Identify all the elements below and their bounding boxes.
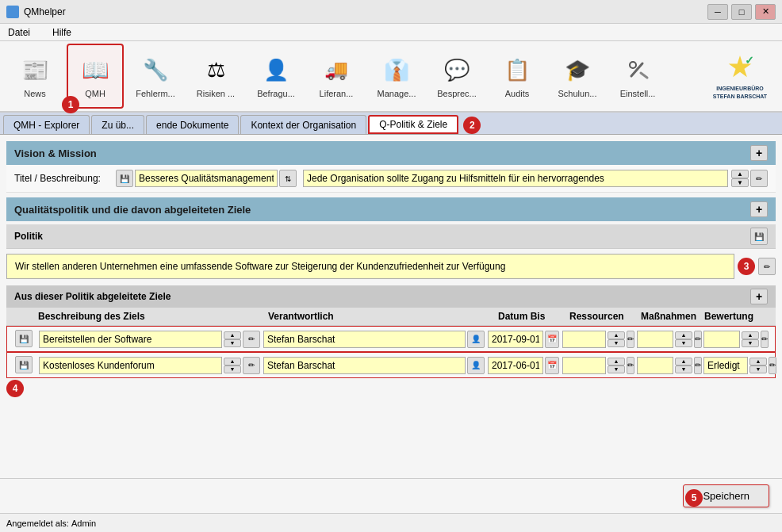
- vision-arrows-btn[interactable]: ⇅: [279, 170, 297, 187]
- goal1-calendar-btn[interactable]: 📅: [545, 331, 559, 348]
- vision-disk-btn[interactable]: 💾: [116, 170, 133, 187]
- goal2-res-pencil[interactable]: ✏: [627, 357, 634, 374]
- goal1-up-btn[interactable]: ▲: [224, 331, 241, 339]
- goal2-res-input[interactable]: [562, 357, 606, 374]
- vision-desc-input[interactable]: [303, 170, 728, 187]
- tab-kontext[interactable]: Kontext der Organisation: [240, 115, 366, 134]
- politik-pencil-btn[interactable]: ✏: [758, 258, 776, 275]
- vision-scroll-up[interactable]: ▲: [731, 170, 749, 178]
- goal2-bew-pencil[interactable]: ✏: [769, 357, 776, 374]
- logo-content: ★ ✓ INGENIEURBÜROSTEFAN BARSCHAT: [713, 52, 767, 100]
- politik-disk-btn[interactable]: 💾: [750, 228, 768, 245]
- toolbar-fehlerm[interactable]: 🔧 Fehlerm...: [127, 44, 184, 109]
- toolbar-news[interactable]: 📰 News: [6, 44, 63, 109]
- goal1-res-group: ▲ ▼ ✏: [562, 331, 634, 348]
- goal2-mass-up[interactable]: ▲: [675, 358, 692, 366]
- goal1-res-input[interactable]: [562, 331, 606, 348]
- goal2-disk-btn[interactable]: 💾: [15, 356, 33, 373]
- goal1-date-input[interactable]: [488, 331, 543, 348]
- vision-pencil-btn[interactable]: ✏: [750, 170, 768, 187]
- vision-add-btn[interactable]: +: [750, 145, 768, 161]
- goal1-bew-input[interactable]: [703, 331, 740, 348]
- goal1-mass-input[interactable]: [637, 331, 673, 348]
- goal2-resp-input[interactable]: [263, 357, 466, 374]
- goal2-down-btn[interactable]: ▼: [224, 366, 241, 373]
- toolbar-liferan[interactable]: 🚚 Liferan...: [308, 44, 365, 109]
- goal1-bew-down[interactable]: ▼: [742, 339, 759, 347]
- goal1-res-pencil[interactable]: ✏: [627, 331, 634, 348]
- goal2-bew-up[interactable]: ▲: [749, 358, 767, 366]
- goal1-calendar-icon: 📅: [547, 335, 557, 343]
- goal2-mass-pencil[interactable]: ✏: [694, 357, 702, 374]
- qualitaet-add-btn[interactable]: +: [750, 201, 768, 217]
- toolbar-besprec[interactable]: 💬 Besprec...: [428, 44, 485, 109]
- pencil2-icon: ✏: [764, 262, 770, 271]
- goal2-mass-down[interactable]: ▼: [675, 366, 692, 373]
- toolbar-qmh[interactable]: 📖 QMH 1: [67, 44, 124, 109]
- toolbar-schulun[interactable]: 🎓 Schulun...: [549, 44, 606, 109]
- goal2-res-down[interactable]: ▼: [608, 366, 625, 373]
- tab-qmh-explorer[interactable]: QMH - Explorer: [3, 115, 90, 134]
- maximize-button[interactable]: □: [731, 4, 752, 20]
- goal2-person-icon: 👤: [471, 361, 481, 369]
- toolbar-audits[interactable]: 📋 Audits: [489, 44, 546, 109]
- goal1-desc-arrows: ▲ ▼: [224, 331, 241, 347]
- goal2-calendar-btn[interactable]: 📅: [545, 357, 559, 374]
- goal1-person-icon: 👤: [471, 335, 481, 343]
- goal2-date-input[interactable]: [488, 357, 543, 374]
- toolbar-risiken[interactable]: ⚖ Risiken ...: [187, 44, 244, 109]
- goal1-disk-btn[interactable]: 💾: [15, 330, 33, 347]
- goal2-bew-down[interactable]: ▼: [749, 366, 767, 373]
- schulun-label: Schulun...: [558, 89, 597, 98]
- vision-desc-input-group: ▲ ▼ ✏: [303, 170, 768, 187]
- vision-title-input[interactable]: [135, 170, 278, 187]
- goal-row-1: 💾 ▲ ▼ ✏ 👤: [6, 326, 776, 352]
- goal1-resp-input[interactable]: [263, 331, 466, 348]
- goal1-mass-pencil[interactable]: ✏: [694, 331, 702, 348]
- title-bar-controls[interactable]: ─ □ ✕: [707, 4, 776, 20]
- goal1-res-up[interactable]: ▲: [608, 331, 625, 339]
- goal2-bew-input[interactable]: [703, 357, 748, 374]
- goal1-res-down[interactable]: ▼: [608, 339, 625, 347]
- goal1-bew-up[interactable]: ▲: [742, 331, 759, 339]
- menu-datei[interactable]: Datei: [3, 25, 35, 40]
- goal2-date-group: 📅: [488, 357, 559, 374]
- goal1-down-btn[interactable]: ▼: [224, 339, 241, 347]
- toolbar-einstell[interactable]: Einstell...: [609, 44, 666, 109]
- risiken-label: Risiken ...: [197, 89, 235, 98]
- menu-bar: Datei Hilfe: [0, 24, 782, 41]
- goals-add-btn[interactable]: +: [750, 289, 768, 304]
- goal2-up-btn[interactable]: ▲: [224, 358, 241, 366]
- minimize-button[interactable]: ─: [707, 4, 728, 20]
- toolbar-befragu[interactable]: 👤 Befragu...: [247, 44, 305, 109]
- goal2-desc-arrows: ▲ ▼: [224, 358, 241, 373]
- goal1-mass-down[interactable]: ▼: [675, 339, 692, 347]
- vision-scroll-down[interactable]: ▼: [731, 178, 749, 187]
- goal1-desc-pencil[interactable]: ✏: [243, 331, 260, 348]
- goal2-desc-input[interactable]: [39, 357, 222, 374]
- audits-label: Audits: [505, 89, 530, 98]
- goal2-mass-input[interactable]: [637, 357, 673, 374]
- tab-qpolitik[interactable]: Q-Politik & Ziele: [368, 115, 458, 134]
- goal1-bew-group: ▲ ▼ ✏: [703, 331, 767, 348]
- goal2-resp-person[interactable]: 👤: [467, 357, 485, 374]
- goal1-date-group: 📅: [488, 331, 559, 348]
- goal2-res-up[interactable]: ▲: [608, 358, 625, 366]
- goal1-res-arrows: ▲ ▼: [608, 331, 625, 347]
- arrows-icon: ⇅: [285, 174, 291, 183]
- goal1-desc-input[interactable]: [39, 331, 222, 348]
- qualitaet-header: Qualitätspolitik und die davon abgeleite…: [6, 197, 776, 221]
- tab-zuub[interactable]: Zu üb...: [91, 115, 144, 134]
- tab-dokumente[interactable]: ende Dokumente: [146, 115, 239, 134]
- goal1-bew-pencil[interactable]: ✏: [761, 331, 769, 348]
- toolbar-manage[interactable]: 👔 Manage...: [368, 44, 425, 109]
- befragu-label: Befragu...: [257, 89, 295, 98]
- goal2-desc-pencil[interactable]: ✏: [243, 357, 260, 374]
- goal1-mass-up[interactable]: ▲: [675, 331, 692, 339]
- logo-check-icon: ✓: [745, 53, 754, 67]
- close-button[interactable]: ✕: [755, 4, 776, 20]
- politik-label-row: Politik 💾: [6, 224, 776, 249]
- goal1-resp-person[interactable]: 👤: [467, 331, 485, 348]
- pencil-icon: ✏: [756, 174, 762, 183]
- menu-hilfe[interactable]: Hilfe: [48, 25, 76, 40]
